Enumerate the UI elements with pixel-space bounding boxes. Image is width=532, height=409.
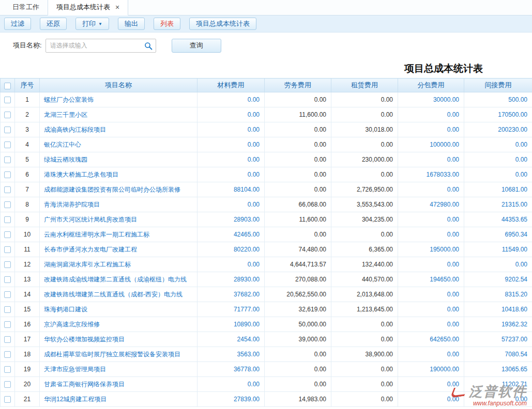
row-checkbox[interactable] xyxy=(4,261,11,268)
cost-value: 304,235.00 xyxy=(331,212,398,227)
cost-value: 0.00 xyxy=(464,137,532,152)
row-checkbox[interactable] xyxy=(4,246,11,253)
row-checkbox[interactable] xyxy=(4,276,11,283)
cost-value: 8315.20 xyxy=(464,287,532,302)
project-name-link[interactable]: 改建铁路成渝线增建第二直通线（成渝枢纽）电力线 xyxy=(40,272,197,287)
row-checkbox[interactable] xyxy=(4,97,11,103)
table-row: 18成都杜甫草堂临时展厅独立展柜报警设备安装项目3563.000.0038,90… xyxy=(1,347,532,362)
row-checkbox[interactable] xyxy=(4,141,11,148)
row-select-cell xyxy=(1,137,15,152)
cost-value: 80220.00 xyxy=(197,242,265,257)
row-checkbox[interactable] xyxy=(4,396,11,403)
project-name-link[interactable]: 绿城云栖玫瑰园 xyxy=(40,152,197,167)
row-seq: 14 xyxy=(15,287,40,302)
project-name-link[interactable]: 天津市应急管理局项目 xyxy=(40,362,197,377)
cost-value: 10681.00 xyxy=(464,182,532,197)
query-button[interactable]: 查询 xyxy=(172,39,221,53)
project-name-link[interactable]: 成都杜甫草堂临时展厅独立展柜报警设备安装项目 xyxy=(40,347,197,362)
tab-close-icon[interactable]: × xyxy=(115,4,119,11)
row-checkbox[interactable] xyxy=(4,216,11,223)
row-checkbox[interactable] xyxy=(4,127,11,133)
row-select-cell xyxy=(1,392,15,407)
cost-value: 74,480.00 xyxy=(265,242,331,257)
export-button[interactable]: 输出 xyxy=(118,18,145,30)
filter-button[interactable]: 过滤 xyxy=(4,18,31,30)
select-all-checkbox[interactable] xyxy=(4,83,11,89)
row-seq: 20 xyxy=(15,377,40,392)
tab-project-cost-report[interactable]: 项目总成本统计表 × xyxy=(48,0,128,15)
print-button[interactable]: 打印 ▼ xyxy=(75,18,109,30)
column-header-5[interactable]: 租赁费用 xyxy=(331,78,398,92)
row-checkbox[interactable] xyxy=(4,201,11,208)
row-checkbox[interactable] xyxy=(4,366,11,373)
project-name-link[interactable]: 青海洪湖养护院项目 xyxy=(40,197,197,212)
cost-value: 0.00 xyxy=(331,92,398,107)
row-checkbox[interactable] xyxy=(4,156,11,163)
row-seq: 19 xyxy=(15,362,40,377)
project-name-link[interactable]: 甘肃省工商银行网络保养项目 xyxy=(40,377,197,392)
column-header-3[interactable]: 材料费用 xyxy=(197,78,265,92)
cost-value: 7080.54 xyxy=(464,347,532,362)
project-name-combobox xyxy=(45,39,156,53)
column-header-4[interactable]: 劳务费用 xyxy=(265,78,331,92)
row-checkbox[interactable] xyxy=(4,171,11,178)
tab-daily-work[interactable]: 日常工作 xyxy=(4,0,48,15)
row-checkbox[interactable] xyxy=(4,381,11,388)
cost-value: 0.00 xyxy=(331,377,398,392)
project-name-link[interactable]: 长春市伊通河水力发电厂改建工程 xyxy=(40,242,197,257)
row-checkbox[interactable] xyxy=(4,112,11,118)
cost-value: 500.00 xyxy=(464,92,532,107)
row-checkbox[interactable] xyxy=(4,231,11,238)
table-row: 21华润12城房建工程项目27839.0014,983.000.000.000.… xyxy=(1,392,532,407)
project-name-link[interactable]: 龙湖三千里小区 xyxy=(40,107,197,122)
row-select-cell xyxy=(1,167,15,182)
project-name-link[interactable]: 广州市天河区统计局机房改造项目 xyxy=(40,212,197,227)
project-name-link[interactable]: 华润12城房建工程项目 xyxy=(40,392,197,407)
cost-value: 9202.54 xyxy=(464,272,532,287)
project-name-link[interactable]: 螺丝厂办公室装饰 xyxy=(40,92,197,107)
project-name-link[interactable]: 珠海鹤港口建设 xyxy=(40,302,197,317)
column-header-7[interactable]: 间接费用 xyxy=(464,78,532,92)
cost-value: 20,562,550.00 xyxy=(265,287,331,302)
row-checkbox[interactable] xyxy=(4,306,11,313)
project-name-link[interactable]: 改建铁路线增建第二线直通线（成都-西安）电力线 xyxy=(40,287,197,302)
search-icon[interactable] xyxy=(144,42,153,50)
cost-value: 0.00 xyxy=(265,182,331,197)
project-name-input[interactable] xyxy=(46,42,156,49)
row-checkbox[interactable] xyxy=(4,321,11,328)
cost-value: 66,068.00 xyxy=(265,197,331,212)
project-name-link[interactable]: 华软办公楼增加视频监控项目 xyxy=(40,332,197,347)
row-checkbox[interactable] xyxy=(4,336,11,343)
row-seq: 8 xyxy=(15,197,40,212)
table-row: 6港珠澳大桥施工总承包项目0.000.000.001678033.000.00 xyxy=(1,167,532,182)
cost-value: 6,365.00 xyxy=(331,242,398,257)
project-name-link[interactable]: 湖南洞庭湖水库引水工程施工标 xyxy=(40,257,197,272)
column-header-2[interactable]: 项目名称 xyxy=(40,78,197,92)
project-name-link[interactable]: 京沪高速北京段维修 xyxy=(40,317,197,332)
project-name-link[interactable]: 成渝高铁内江标段项目 xyxy=(40,122,197,137)
table-row: 13改建铁路成渝线增建第二直通线（成渝枢纽）电力线28930.00270,088… xyxy=(1,272,532,287)
cost-value: 0.00 xyxy=(398,107,464,122)
row-select-cell xyxy=(1,257,15,272)
row-checkbox[interactable] xyxy=(4,291,11,298)
column-header-1[interactable]: 序号 xyxy=(15,78,40,92)
table-row: 5绿城云栖玫瑰园0.000.00230,000.000.000.00 xyxy=(1,152,532,167)
cost-value: 6950.34 xyxy=(464,227,532,242)
cost-value: 38,900.00 xyxy=(331,347,398,362)
row-seq: 3 xyxy=(15,122,40,137)
cost-value: 200230.00 xyxy=(464,122,532,137)
project-name-link[interactable]: 银亿滨江中心 xyxy=(40,137,197,152)
project-name-link[interactable]: 港珠澳大桥施工总承包项目 xyxy=(40,167,197,182)
cost-value: 11,600.00 xyxy=(265,212,331,227)
project-name-link[interactable]: 成都能源建设集团投资有限公司临时办公场所装修 xyxy=(40,182,197,197)
restore-button[interactable]: 还原 xyxy=(40,18,67,30)
row-checkbox[interactable] xyxy=(4,186,11,193)
project-name-link[interactable]: 云南水利枢纽潜明水库一期工程施工标 xyxy=(40,227,197,242)
list-view-button[interactable]: 列表 xyxy=(154,18,180,30)
row-checkbox[interactable] xyxy=(4,351,11,358)
cost-value: 36778.00 xyxy=(197,362,265,377)
report-name-button[interactable]: 项目总成本统计表 xyxy=(189,18,256,30)
table-row: 2龙湖三千里小区0.0011,600.000.000.00170500.00 xyxy=(1,107,532,122)
cost-value: 11549.00 xyxy=(464,242,532,257)
column-header-6[interactable]: 分包费用 xyxy=(398,78,464,92)
